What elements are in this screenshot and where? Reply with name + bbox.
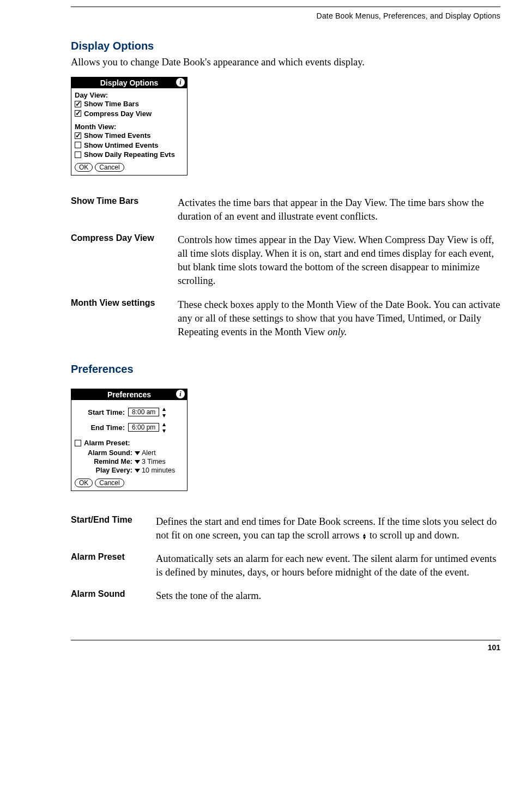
checkbox-icon: [75, 101, 81, 107]
checkbox-icon: [75, 440, 81, 446]
label-remind-me: Remind Me:: [75, 458, 135, 465]
checkbox-icon: [75, 152, 81, 158]
figure-preferences-dialog: Preferences i Start Time: 8:00 am ▴▾ End…: [71, 389, 188, 491]
term-alarm-preset: Alarm Preset: [71, 552, 156, 579]
label-end-time: End Time:: [75, 423, 128, 432]
section-label-day-view: Day View:: [75, 91, 184, 99]
term-compress-day-view: Compress Day View: [71, 233, 178, 288]
page-number: 101: [488, 643, 500, 652]
running-head: Date Book Menus, Preferences, and Displa…: [71, 11, 500, 20]
scroll-arrows-icon: ▲▼: [362, 533, 367, 540]
desc-compress-day-view: Controls how times appear in the Day Vie…: [178, 233, 500, 288]
term-alarm-sound: Alarm Sound: [71, 589, 156, 603]
checkbox-row-show-timed: Show Timed Events: [75, 131, 184, 141]
section-label-month-view: Month View:: [75, 123, 184, 131]
checkbox-row-show-time-bars: Show Time Bars: [75, 99, 184, 109]
info-icon: i: [176, 390, 185, 398]
dialog-title: Display Options: [100, 78, 159, 87]
dropdown-play-every: 10 minutes: [135, 467, 175, 474]
intro-text: Allows you to change Date Book's appeara…: [71, 56, 500, 69]
label-start-time: Start Time:: [75, 408, 128, 416]
row-start-time: Start Time: 8:00 am ▴▾: [75, 405, 184, 419]
definition-list-preferences: Start/End Time Defines the start and end…: [71, 505, 500, 613]
value-start-time: 8:00 am: [128, 408, 159, 416]
checkbox-icon: [75, 110, 81, 117]
checkbox-row-show-untimed: Show Untimed Events: [75, 141, 184, 150]
cancel-button: Cancel: [95, 163, 124, 172]
label-alarm-preset: Alarm Preset:: [84, 438, 130, 448]
checkbox-label: Show Time Bars: [84, 99, 139, 109]
checkbox-icon: [75, 132, 81, 139]
chevron-down-icon: [135, 451, 140, 455]
row-alarm-sound: Alarm Sound: Alert: [75, 449, 184, 457]
row-play-every: Play Every: 10 minutes: [75, 467, 184, 474]
chevron-down-icon: [135, 460, 140, 464]
desc-alarm-sound: Sets the tone of the alarm.: [156, 589, 500, 603]
checkbox-label: Show Untimed Events: [84, 141, 159, 150]
row-end-time: End Time: 6:00 pm ▴▾: [75, 421, 184, 434]
label-play-every: Play Every:: [75, 467, 135, 474]
info-icon: i: [176, 78, 185, 87]
figure-display-options-dialog: Display Options i Day View: Show Time Ba…: [71, 77, 188, 175]
value-end-time: 6:00 pm: [128, 423, 159, 432]
checkbox-row-alarm-preset: Alarm Preset:: [75, 438, 184, 448]
chevron-down-icon: [135, 469, 140, 473]
row-remind-me: Remind Me: 3 Times: [75, 458, 184, 465]
desc-alarm-preset: Automatically sets an alarm for each new…: [156, 552, 500, 579]
label-alarm-sound: Alarm Sound:: [75, 449, 135, 457]
ok-button: OK: [75, 479, 93, 487]
dialog-titlebar: Display Options i: [71, 77, 187, 88]
dialog-titlebar: Preferences i: [71, 389, 187, 400]
cancel-button: Cancel: [95, 479, 124, 487]
heading-display-options: Display Options: [71, 40, 500, 52]
dropdown-remind-me: 3 Times: [135, 458, 166, 465]
term-show-time-bars: Show Time Bars: [71, 196, 178, 223]
checkbox-row-compress-day-view: Compress Day View: [75, 109, 184, 119]
ok-button: OK: [75, 163, 93, 172]
desc-start-end-time: Defines the start and end times for Date…: [156, 515, 500, 542]
checkbox-label: Show Timed Events: [84, 131, 151, 141]
checkbox-row-show-repeating: Show Daily Repeating Evts: [75, 150, 184, 160]
desc-show-time-bars: Activates the time bars that appear in t…: [178, 196, 500, 223]
checkbox-label: Show Daily Repeating Evts: [84, 150, 175, 160]
heading-preferences: Preferences: [71, 363, 500, 376]
desc-month-view-settings: These check boxes apply to the Month Vie…: [178, 298, 500, 339]
checkbox-label: Compress Day View: [84, 109, 152, 119]
checkbox-icon: [75, 142, 81, 148]
dropdown-alarm-sound: Alert: [135, 449, 156, 457]
term-start-end-time: Start/End Time: [71, 515, 156, 542]
spinner-icon: ▴▾: [162, 421, 166, 434]
term-month-view-settings: Month View settings: [71, 298, 178, 339]
definition-list-display-options: Show Time Bars Activates the time bars t…: [71, 186, 500, 349]
spinner-icon: ▴▾: [162, 405, 166, 419]
dialog-title: Preferences: [107, 390, 151, 399]
page-footer: 101: [71, 640, 500, 652]
